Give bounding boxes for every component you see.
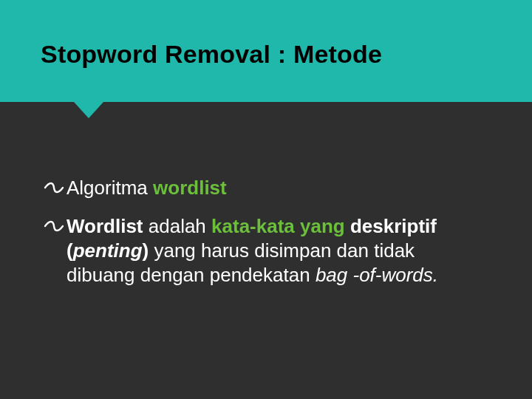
b2-bagofwords: bag -of-words.	[316, 264, 438, 286]
b2-kata: kata-kata yang	[211, 215, 345, 237]
bullet-2-text: Wordlist adalah kata-kata yang deskripti…	[66, 214, 488, 288]
bullet-1-lead: Algoritma	[66, 177, 153, 199]
b2-penting: penting	[73, 239, 143, 262]
bullet-1-highlight: wordlist	[153, 177, 227, 199]
bullet-item-1: Algoritma wordlist	[44, 176, 488, 201]
b2-t2	[345, 215, 350, 237]
slide-content: Algoritma wordlist Wordlist adalah kata-…	[0, 102, 532, 288]
bullet-item-2: Wordlist adalah kata-kata yang deskripti…	[44, 214, 488, 288]
b2-wordlist: Wordlist	[66, 215, 143, 237]
bullet-1-text: Algoritma wordlist	[66, 176, 227, 201]
title-banner: Stopword Removal : Metode	[0, 0, 532, 102]
flourish-icon	[44, 180, 64, 195]
b2-t1: adalah	[143, 215, 212, 237]
banner-notch	[74, 102, 103, 118]
b2-closeparen: )	[143, 239, 149, 262]
slide-title: Stopword Removal : Metode	[41, 40, 382, 69]
flourish-icon	[44, 219, 64, 233]
